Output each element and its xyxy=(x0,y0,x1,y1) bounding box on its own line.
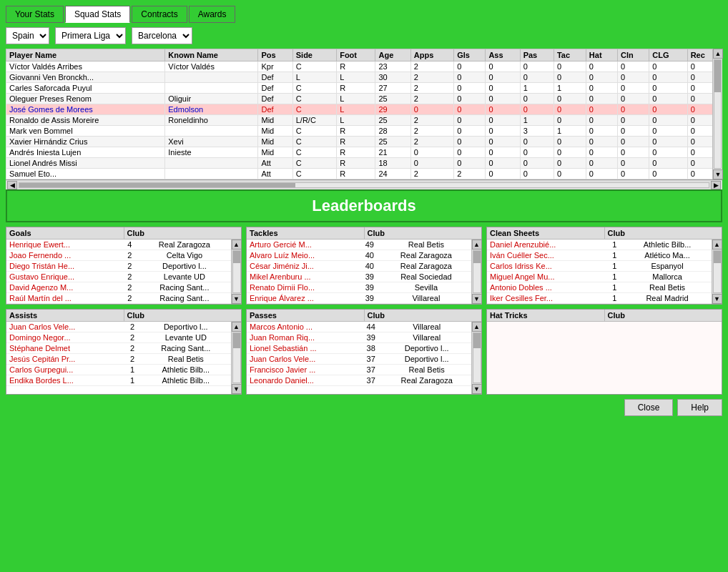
lb-cell-club: Sevilla xyxy=(381,282,471,293)
squad-table-row: José Gomes de MoreesEdmolsonDefCL2900000… xyxy=(6,104,722,115)
goals-scroll[interactable]: ▲ ▼ xyxy=(231,240,241,304)
passes-scroll-up[interactable]: ▲ xyxy=(472,322,482,332)
squad-cell: L xyxy=(337,72,375,83)
squad-cell: 0 xyxy=(520,104,554,115)
clean-sheets-scroll-down[interactable]: ▼ xyxy=(712,294,722,304)
lb-cell-name: Diego Tristán He... xyxy=(6,261,122,272)
tab-squad-stats[interactable]: Squad Stats xyxy=(65,6,130,23)
squad-cell: 0 xyxy=(454,83,486,94)
squad-cell: 0 xyxy=(618,137,649,147)
lb-cell-club: Deportivo l... xyxy=(138,261,231,272)
help-button[interactable]: Help xyxy=(677,399,722,416)
squad-cell: 29 xyxy=(375,104,410,115)
lb-cell-count: 40 xyxy=(358,261,381,272)
list-item: Arturo Gercié M...49Real Betis xyxy=(247,240,471,250)
squad-cell: Mid xyxy=(258,147,292,158)
squad-cell: 0 xyxy=(554,147,586,158)
squad-cell: 23 xyxy=(375,61,410,72)
assists-scroll-up[interactable]: ▲ xyxy=(232,322,242,332)
tackles-scroll-up[interactable]: ▲ xyxy=(472,240,482,250)
squad-cell: 1 xyxy=(554,126,586,137)
lb-cell-name: Enrique Álvarez ... xyxy=(247,293,358,304)
goals-scroll-down[interactable]: ▼ xyxy=(232,294,242,304)
tackles-scroll-down[interactable]: ▼ xyxy=(472,294,482,304)
squad-cell: 27 xyxy=(375,83,410,94)
squad-cell: 0 xyxy=(454,115,486,126)
squad-cell: 0 xyxy=(649,137,687,147)
tackles-scroll[interactable]: ▲ ▼ xyxy=(471,240,481,304)
lb-cell-name: Miguel Angel Mu... xyxy=(487,272,606,282)
assists-scroll-down[interactable]: ▼ xyxy=(232,384,242,394)
lb-cell-club: Real Zaragoza xyxy=(381,261,471,272)
squad-hscroll-right[interactable]: ▶ xyxy=(711,181,721,189)
squad-cell: 0 xyxy=(586,169,617,179)
lb-cell-name: Francisco Javier ... xyxy=(247,365,360,375)
lb-cell-count: 2 xyxy=(122,272,138,282)
lb-cell-name: Carlos Gurpegui... xyxy=(6,365,124,375)
lb-cell-club: Deportivo l... xyxy=(382,354,471,365)
lb-cell-name: Raúl Martín del ... xyxy=(6,293,122,304)
lb-cell-count: 39 xyxy=(358,293,381,304)
squad-hscroll-left[interactable]: ◀ xyxy=(7,181,17,189)
squad-vscroll-down[interactable]: ▼ xyxy=(713,169,723,179)
clean-sheets-col1-hdr: Clean Sheets xyxy=(487,227,605,239)
lb-cell-count: 4 xyxy=(122,240,138,250)
goals-scroll-up[interactable]: ▲ xyxy=(232,240,242,250)
list-item: Henrique Ewert...4Real Zaragoza xyxy=(6,240,231,250)
lb-cell-count: 39 xyxy=(358,282,381,293)
squad-cell: Def xyxy=(258,104,292,115)
lb-cell-club: Levante UD xyxy=(141,332,231,343)
clean-sheets-scroll-up[interactable]: ▲ xyxy=(712,240,722,250)
passes-scroll-down[interactable]: ▼ xyxy=(472,384,482,394)
goals-scroll-track xyxy=(232,250,241,293)
lb-cell-count: 1 xyxy=(606,261,623,272)
squad-cell: 0 xyxy=(649,126,687,137)
passes-scroll-track xyxy=(473,332,481,383)
squad-cell: 0 xyxy=(486,169,520,179)
tabs-bar: Your Stats Squad Stats Contracts Awards xyxy=(6,6,722,23)
tackles-panel: Tackles Club Arturo Gercié M...49Real Be… xyxy=(246,227,482,305)
goals-table-wrap: Henrique Ewert...4Real ZaragozaJoao Fern… xyxy=(6,240,231,304)
club-dropdown[interactable]: Barcelona xyxy=(132,27,192,44)
tackles-scroll-track xyxy=(473,250,481,293)
squad-vscroll-up[interactable]: ▲ xyxy=(713,49,723,59)
squad-cell: 0 xyxy=(649,158,687,169)
squad-table-vscroll[interactable]: ▲ ▼ xyxy=(712,49,722,179)
squad-cell: L xyxy=(337,115,375,126)
assists-scroll[interactable]: ▲ ▼ xyxy=(231,322,241,394)
squad-hscroll-bar[interactable]: ◀ ▶ xyxy=(6,179,722,189)
lb-cell-count: 2 xyxy=(124,322,140,332)
league-dropdown[interactable]: Primera Liga xyxy=(55,27,126,44)
squad-vscroll-thumb xyxy=(714,60,721,92)
squad-table-row: Mark ven BommelMidCR28200310000 xyxy=(6,126,722,137)
assists-panel: Assists Club Juan Carlos Vele...2Deporti… xyxy=(6,309,242,395)
list-item: Juan Carlos Vele...2Deportivo l... xyxy=(6,322,231,332)
squad-cell: Kpr xyxy=(258,61,292,72)
passes-scroll-thumb xyxy=(473,333,481,348)
squad-cell: C xyxy=(292,147,336,158)
close-button[interactable]: Close xyxy=(624,399,674,416)
squad-col-hdr-clg: CLG xyxy=(649,49,687,61)
tab-awards[interactable]: Awards xyxy=(189,6,236,23)
tab-contracts[interactable]: Contracts xyxy=(132,6,187,23)
leaderboard-title: Leaderboards xyxy=(312,197,416,214)
squad-cell: 2 xyxy=(410,126,453,137)
squad-cell: 0 xyxy=(554,169,586,179)
list-item: Francisco Javier ...37Real Betis xyxy=(247,365,471,375)
lb-cell-name: Joao Fernendo ... xyxy=(6,250,122,261)
squad-hscroll-thumb xyxy=(19,183,295,187)
squad-cell: 0 xyxy=(586,83,617,94)
clean-sheets-panel: Clean Sheets Club Daniel Arenzubié...1At… xyxy=(486,227,722,305)
tab-your-stats[interactable]: Your Stats xyxy=(6,6,64,23)
nation-dropdown[interactable]: Spain xyxy=(6,27,49,44)
lb-cell-name: David Agenzo M... xyxy=(6,282,122,293)
list-item: Stéphane Delmet2Racing Sant... xyxy=(6,343,231,354)
squad-cell: Edmolson xyxy=(165,104,258,115)
squad-cell: Roneldinho xyxy=(165,115,258,126)
lb-cell-name: Antonio Dobles ... xyxy=(487,282,606,293)
squad-cell xyxy=(165,169,258,179)
squad-cell: 2 xyxy=(410,94,453,104)
clean-sheets-scroll[interactable]: ▲ ▼ xyxy=(712,240,722,304)
squad-cell: R xyxy=(337,83,375,94)
passes-scroll[interactable]: ▲ ▼ xyxy=(471,322,481,394)
